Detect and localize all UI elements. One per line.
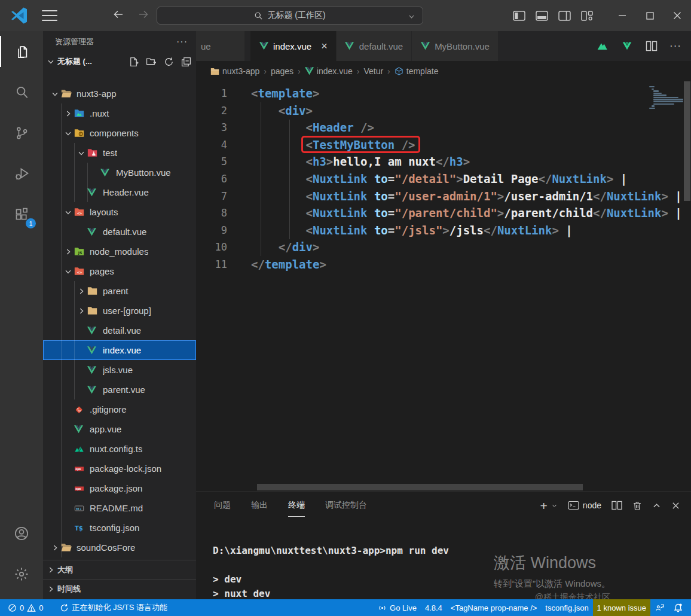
panel-tab-调试控制台[interactable]: 调试控制台	[325, 498, 367, 513]
tree-item-app.vue[interactable]: app.vue	[43, 419, 196, 439]
search-sidebar-icon[interactable]	[0, 72, 43, 112]
code-line-9[interactable]: 9<NuxtLink to="/jsls">/jsls</NuxtLink> |	[196, 222, 638, 239]
tree-item-components[interactable]: components	[43, 123, 196, 143]
chevron-down-icon[interactable]	[408, 13, 415, 20]
workspace-section-header[interactable]: 无标题 (...	[43, 53, 196, 71]
tree-item-index.vue[interactable]: index.vue	[43, 340, 196, 360]
tab-ue[interactable]: ue	[196, 31, 245, 61]
toggle-secondary-sidebar-icon[interactable]	[558, 11, 571, 21]
split-terminal-icon[interactable]	[611, 501, 622, 510]
code-line-11[interactable]: 11</template>	[196, 256, 638, 273]
tree-item-Header.vue[interactable]: Header.vue	[43, 182, 196, 202]
tree-item-.nuxt[interactable]: .nuxt	[43, 103, 196, 123]
tree-item-soundCosFore[interactable]: soundCosFore	[43, 538, 196, 557]
new-folder-icon[interactable]	[146, 57, 157, 67]
collapse-all-icon[interactable]	[181, 57, 191, 67]
kill-terminal-icon[interactable]	[632, 501, 642, 511]
problems-indicator[interactable]: 0 0	[4, 599, 47, 616]
tag-hint-item[interactable]: <TagName prop-name />	[447, 599, 542, 616]
editor-more-actions-icon[interactable]: ···	[669, 40, 681, 52]
explorer-more-actions-icon[interactable]: ···	[176, 36, 188, 47]
code-line-1[interactable]: 1<template>	[196, 85, 638, 102]
tree-item-layouts[interactable]: <>layouts	[43, 202, 196, 222]
breadcrumb-item-Vetur[interactable]: Vetur	[363, 66, 383, 76]
extensions-icon[interactable]: 1	[0, 194, 43, 234]
tree-item-README.md[interactable]: M↓README.md	[43, 498, 196, 518]
close-panel-icon[interactable]	[671, 501, 680, 510]
code-line-7[interactable]: 7<NuxtLink to="/user-admin/1">/user-admi…	[196, 188, 638, 205]
timeline-section[interactable]: 时间线	[43, 579, 196, 598]
menu-hamburger-icon[interactable]	[42, 10, 57, 21]
account-icon[interactable]	[0, 513, 43, 554]
tab-index.vue[interactable]: index.vue×	[250, 31, 337, 61]
notifications-bell-icon[interactable]	[669, 599, 687, 616]
tree-item-default.vue[interactable]: default.vue	[43, 222, 196, 242]
split-editor-icon[interactable]	[646, 40, 658, 52]
minimize-button[interactable]	[609, 0, 636, 31]
code-line-3[interactable]: 3<Header />	[196, 119, 638, 136]
panel-tab-终端[interactable]: 终端	[288, 498, 305, 513]
feedback-icon[interactable]	[650, 599, 669, 616]
toggle-sidebar-icon[interactable]	[513, 11, 525, 21]
close-tab-icon[interactable]: ×	[321, 41, 328, 51]
volar-vue-icon[interactable]	[620, 39, 634, 53]
customize-layout-icon[interactable]	[581, 11, 593, 21]
go-live-button[interactable]: Go Live	[374, 599, 421, 616]
run-debug-icon[interactable]	[0, 153, 43, 194]
vertical-scrollbar[interactable]	[683, 81, 691, 492]
tree-item-node_modules[interactable]: JSnode_modules	[43, 242, 196, 261]
tree-item-nuxt3-app[interactable]: nuxt3-app	[43, 84, 196, 103]
panel-tab-问题[interactable]: 问题	[214, 498, 231, 513]
close-window-button[interactable]	[664, 0, 691, 31]
tree-item-nuxt.config.ts[interactable]: nuxt.config.ts	[43, 439, 196, 459]
command-center-search[interactable]: 无标题 (工作区)	[157, 7, 423, 25]
new-file-icon[interactable]	[129, 57, 139, 67]
explorer-icon[interactable]	[0, 31, 43, 72]
outline-section[interactable]: 大纲	[43, 560, 196, 579]
tree-item-detail.vue[interactable]: detail.vue	[43, 321, 196, 340]
extension-version[interactable]: 4.8.4	[421, 599, 447, 616]
tree-item-pages[interactable]: <>pages	[43, 261, 196, 281]
tree-item-MyButton.vue[interactable]: MyButton.vue	[43, 163, 196, 182]
nav-back-icon[interactable]	[111, 7, 126, 22]
tree-item-user-[group][interactable]: user-[group]	[43, 301, 196, 321]
tree-item-.gitignore[interactable]: .gitignore	[43, 400, 196, 419]
refresh-icon[interactable]	[164, 57, 174, 67]
code-line-10[interactable]: 10</div>	[196, 239, 638, 256]
tab-MyButton.vue[interactable]: MyButton.vue	[412, 31, 499, 61]
new-terminal-button[interactable]: +	[540, 499, 558, 512]
tree-item-parent[interactable]: parent	[43, 281, 196, 301]
source-control-icon[interactable]	[0, 112, 43, 153]
terminal-output[interactable]: D:\xiangmu\nuxttest\nuxt3-app>npm run de…	[196, 519, 691, 599]
tab-default.vue[interactable]: default.vue	[337, 31, 412, 61]
code-line-2[interactable]: 2<div>	[196, 102, 638, 120]
breadcrumb-item-template[interactable]: template	[395, 66, 439, 76]
breadcrumb-item-index.vue[interactable]: index.vue	[305, 66, 353, 76]
panel-tab-输出[interactable]: 输出	[251, 498, 268, 513]
horizontal-scrollbar-thumb[interactable]	[257, 484, 583, 490]
horizontal-scrollbar[interactable]	[196, 484, 691, 491]
code-line-4[interactable]: 4<TestMyButton />	[196, 136, 638, 154]
tsconfig-item[interactable]: tsconfig.json	[541, 599, 592, 616]
tree-item-jsls.vue[interactable]: jsls.vue	[43, 360, 196, 380]
tree-item-parent.vue[interactable]: parent.vue	[43, 380, 196, 400]
toggle-panel-icon[interactable]	[536, 11, 548, 21]
tree-item-package.json[interactable]: npmpackage.json	[43, 478, 196, 498]
code-line-6[interactable]: 6<NuxtLink to="/detail">Detail Page</Nux…	[196, 170, 638, 188]
breadcrumb-item-nuxt3-app[interactable]: nuxt3-app	[210, 66, 259, 76]
tree-item-tsconfig.json[interactable]: T$tsconfig.json	[43, 518, 196, 538]
known-issue-badge[interactable]: 1 known issue	[593, 599, 650, 616]
code-line-8[interactable]: 8<NuxtLink to="/parent/child">/parent/ch…	[196, 205, 638, 222]
vertical-scrollbar-thumb[interactable]	[684, 81, 690, 201]
terminal-shell-item[interactable]: node	[568, 501, 601, 510]
tree-item-test[interactable]: test	[43, 143, 196, 163]
language-features-status[interactable]: 正在初始化 JS/TS 语言功能	[56, 599, 172, 616]
maximize-panel-icon[interactable]	[652, 501, 661, 510]
breadcrumb-item-pages[interactable]: pages	[271, 66, 293, 76]
settings-gear-icon[interactable]	[0, 554, 43, 594]
code-editor[interactable]: 1<template>2<div>3<Header />4<TestMyButt…	[196, 81, 691, 492]
code-line-5[interactable]: 5<h3>hello,I am nuxt</h3>	[196, 153, 638, 170]
tree-item-package-lock.json[interactable]: npmpackage-lock.json	[43, 459, 196, 478]
nuxtr-icon[interactable]	[595, 39, 609, 53]
nav-forward-icon[interactable]	[136, 7, 151, 22]
